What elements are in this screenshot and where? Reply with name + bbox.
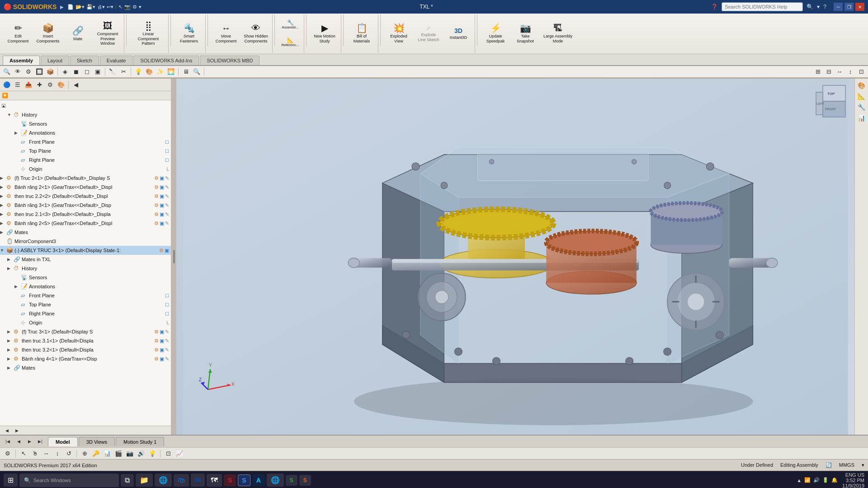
ti-arrow[interactable]: ▶ (14, 284, 21, 289)
ti-arrow[interactable]: ▶ (0, 230, 6, 235)
taskbar-sw3[interactable]: S (286, 475, 297, 486)
edit-component-button[interactable]: ✏ EditComponent (4, 15, 33, 52)
bottom-nav-end[interactable]: ▶| (35, 436, 45, 446)
ti-arrow[interactable]: ▶ (7, 357, 14, 361)
anim-sim-elem[interactable]: ⊡ (163, 449, 173, 459)
display-btn[interactable]: 👁 (13, 67, 23, 77)
zoom-btn[interactable]: 🔍 (192, 67, 202, 77)
tree-top-plane[interactable]: ▱ Top Plane ☐ (0, 146, 171, 155)
ti-arrow[interactable]: ▶ (7, 329, 14, 334)
comp-act-10[interactable]: ⚙ (154, 202, 159, 208)
comp-act-12[interactable]: ✎ (165, 202, 169, 208)
tab-mbd[interactable]: SOLIDWORKS MBD (200, 56, 259, 65)
right-panel-4[interactable]: ↕ (845, 67, 855, 77)
smart-fasteners-button[interactable]: 🔩 SmartFasteners (175, 15, 203, 52)
bottom-nav-start[interactable]: |◀ (3, 436, 13, 446)
move-component-button[interactable]: ↔ MoveComponent (212, 15, 241, 52)
tree-comp-then-truc21[interactable]: ▶ ⚙ then truc 2.1<3> (Default<<Default>_… (0, 210, 171, 219)
tab-addins[interactable]: SOLIDWORKS Add-Ins (133, 56, 199, 65)
close-button[interactable]: ✕ (855, 3, 864, 11)
qa-settings[interactable]: ⚙ (132, 4, 137, 10)
right-panel-3[interactable]: ↔ (835, 67, 844, 77)
sub-banh4-act-2[interactable]: ▣ (160, 356, 164, 362)
comp-act-9[interactable]: ✎ (165, 193, 169, 199)
tree-comp-banh2-5[interactable]: ▶ ⚙ Bánh răng 2<5> (GearTrax<<Default>_D… (0, 219, 171, 228)
tree-origin[interactable]: ⊹ Origin L (0, 164, 171, 174)
tree-comp-banh2-1[interactable]: ▶ ⚙ Bánh răng 2<1> (GearTrax<<Default>_D… (0, 183, 171, 192)
scene-btn[interactable]: 🌅 (166, 67, 176, 77)
comp-act-13[interactable]: ⚙ (154, 211, 159, 217)
ti-arrow[interactable]: ▶ (0, 221, 6, 225)
anim-add-key[interactable]: ⊕ (80, 449, 90, 459)
explode-line-button[interactable]: ⟋ ExplodeLine Sketch (414, 15, 443, 52)
sub-banh4-act-3[interactable]: ✎ (165, 356, 169, 362)
qa-open[interactable]: 📂▾ (75, 4, 85, 10)
bottom-nav-next[interactable]: ▶ (24, 436, 34, 446)
view-cube[interactable]: TOP LEFT FRONT (814, 83, 850, 119)
anim-cursor[interactable]: ↖ (19, 449, 28, 459)
right-panel-5[interactable]: ⊡ (856, 67, 866, 77)
qa-select[interactable]: ↖ (118, 4, 123, 10)
bottom-tab-model[interactable]: Model (48, 437, 78, 446)
rp-icon-2[interactable]: 📐 (857, 91, 867, 101)
display-state-btn[interactable]: 🖥 (181, 67, 191, 77)
anim-tool7[interactable]: 📷 (125, 449, 135, 459)
taskbar-maps[interactable]: 🗺 (207, 474, 222, 487)
update-speedpak-button[interactable]: ⚡ UpdateSpeedpak (481, 15, 510, 52)
clip-btn[interactable]: ✂ (118, 67, 128, 77)
ti-arrow[interactable]: ▼ (0, 248, 6, 253)
tree-sub-then31[interactable]: ▶ ⚙ then truc 3.1<1> (Default<Displa ⚙ ▣… (0, 336, 171, 345)
comp-act-6[interactable]: ✎ (165, 184, 169, 190)
tree-mates-txl[interactable]: ▶ 🔗 Mates in TXL (0, 255, 171, 264)
section-btn[interactable]: 🔪 (108, 67, 118, 77)
sub-then32-act-2[interactable]: ▣ (160, 347, 164, 353)
right-panel-1[interactable]: ⊞ (813, 67, 823, 77)
anim-tool9[interactable]: 💡 (147, 449, 157, 459)
tree-sub-origin[interactable]: ⊹ Origin L (0, 318, 171, 327)
taskbar-mail[interactable]: ✉ (191, 474, 205, 487)
comp-act-3[interactable]: ✎ (165, 175, 169, 181)
systray-up-arrow[interactable]: ▲ (797, 478, 802, 483)
tree-right-plane[interactable]: ▱ Right Plane ☐ (0, 155, 171, 164)
sub-truc3-act-2[interactable]: ▣ (160, 329, 164, 335)
ti-arrow[interactable]: ▶ (7, 347, 14, 352)
orient-btn[interactable]: ◈ (60, 67, 70, 77)
tree-sub-top-plane[interactable]: ▱ Top Plane ☐ (0, 300, 171, 309)
units-dropdown[interactable]: ▾ (862, 462, 864, 468)
pan-right-btn[interactable]: ▶ (12, 426, 22, 435)
ti-arrow[interactable]: ▶ (0, 203, 6, 207)
linear-pattern-button[interactable]: ⣿ Linear ComponentPattern (130, 15, 166, 52)
qa-undo[interactable]: ↩▾ (107, 4, 113, 10)
plane-action-1[interactable]: ☐ (165, 140, 169, 145)
mate-button[interactable]: 🔗 Mate (63, 15, 92, 52)
feature-tree[interactable]: ▲ ▼ ⏱ History 📡 Sensors ▶ (0, 100, 171, 426)
comp-act-16[interactable]: ⚙ (154, 221, 159, 226)
view-more-1[interactable]: 🔲 (34, 67, 44, 77)
systray-network[interactable]: 📶 (804, 477, 811, 483)
sub-truc3-act-1[interactable]: ⚙ (154, 329, 159, 335)
insert-components-button[interactable]: 📦 InsertComponents (33, 15, 62, 52)
sub-then31-act-3[interactable]: ✎ (165, 338, 169, 344)
tree-comp-truc2[interactable]: ▶ ⚙ (f) Truc 2<1> (Default<<Default>_Dis… (0, 174, 171, 183)
qa-camera[interactable]: 📷 (124, 4, 131, 10)
comp-act-14[interactable]: ▣ (160, 211, 164, 217)
plane-action-3[interactable]: ☐ (165, 158, 169, 163)
comp-act-8[interactable]: ▣ (160, 193, 164, 199)
tree-sensors[interactable]: 📡 Sensors (0, 119, 171, 128)
taskbar-autocad[interactable]: A (252, 474, 265, 486)
light-btn[interactable]: 💡 (133, 67, 143, 77)
wire-btn[interactable]: ◻ (82, 67, 92, 77)
search-input[interactable] (722, 2, 803, 11)
taskbar-chrome[interactable]: 🌐 (267, 474, 284, 487)
anim-tool6[interactable]: 🎬 (113, 449, 123, 459)
panel-icon-1[interactable]: 🔵 (2, 80, 12, 90)
tree-mirror[interactable]: 🪞 MirrorComponent3 (0, 237, 171, 246)
ti-arrow[interactable]: ▶ (0, 194, 6, 198)
taskbar-sw-red[interactable]: S (224, 474, 236, 486)
reference-button[interactable]: 📐 Referenc... (278, 34, 302, 51)
realview-btn[interactable]: ✨ (155, 67, 165, 77)
shade-btn[interactable]: ◼ (71, 67, 81, 77)
anim-tool2[interactable]: ↕ (52, 449, 62, 459)
anim-tool8[interactable]: 🔊 (136, 449, 146, 459)
ti-arrow[interactable]: ▶ (14, 131, 21, 135)
